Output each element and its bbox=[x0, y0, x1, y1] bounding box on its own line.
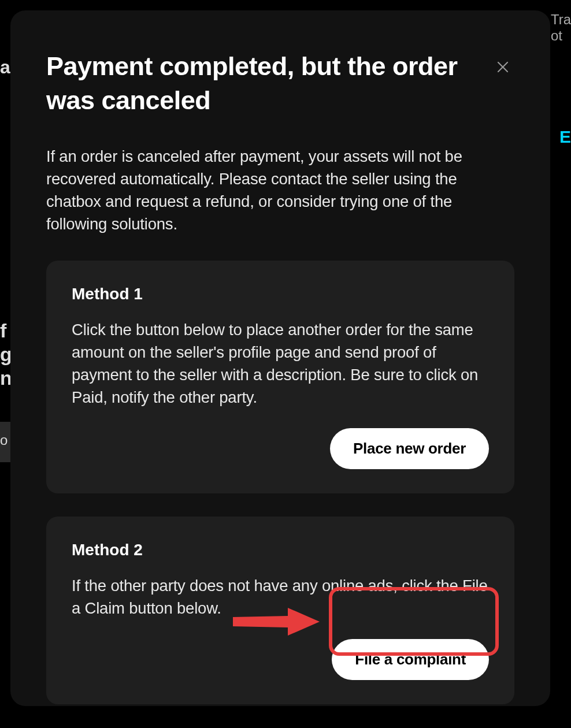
method-description: If the other party does not have any onl… bbox=[72, 574, 489, 619]
method-card-2: Method 2 If the other party does not hav… bbox=[46, 517, 514, 704]
close-button[interactable] bbox=[491, 55, 514, 79]
method-actions: File a complaint bbox=[72, 639, 489, 680]
method-title: Method 2 bbox=[72, 541, 489, 559]
method-title: Method 1 bbox=[72, 285, 489, 303]
modal-description: If an order is canceled after payment, y… bbox=[46, 145, 514, 235]
modal-title: Payment completed, but the order was can… bbox=[46, 50, 491, 117]
modal-header: Payment completed, but the order was can… bbox=[46, 50, 514, 117]
method-description: Click the button below to place another … bbox=[72, 318, 489, 408]
place-new-order-button[interactable]: Place new order bbox=[330, 428, 489, 469]
bg-fragment: E bbox=[559, 127, 571, 147]
payment-canceled-modal: Payment completed, but the order was can… bbox=[10, 10, 550, 706]
bg-fragment: a bbox=[0, 57, 10, 78]
method-card-1: Method 1 Click the button below to place… bbox=[46, 261, 514, 493]
close-icon bbox=[496, 60, 510, 74]
file-complaint-button[interactable]: File a complaint bbox=[332, 639, 489, 680]
bg-fragment: Tra ot bbox=[551, 12, 571, 44]
method-actions: Place new order bbox=[72, 428, 489, 469]
